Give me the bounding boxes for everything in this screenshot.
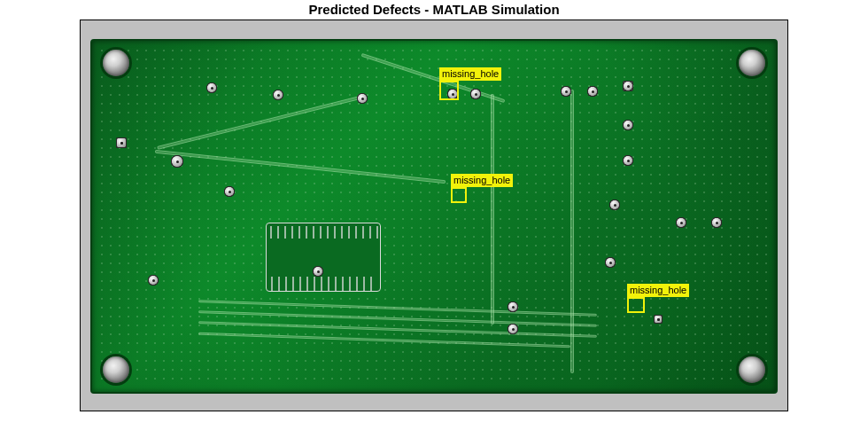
pad-icon	[677, 218, 686, 227]
pad-icon	[606, 258, 615, 267]
pad-icon	[274, 90, 283, 99]
trace-line	[491, 94, 494, 325]
trace-line	[361, 53, 506, 103]
figure-window: Predicted Defects - MATLAB Simulation	[0, 0, 868, 446]
ic-footprint	[266, 223, 381, 292]
pad-icon	[172, 156, 182, 167]
screw-hole-icon	[739, 356, 765, 383]
pad-icon	[624, 156, 632, 165]
pad-icon	[508, 302, 517, 311]
pad-icon	[588, 87, 597, 96]
pad-icon	[225, 187, 234, 196]
pad-icon	[314, 267, 322, 276]
pcb-board-image	[90, 39, 778, 394]
trace-line	[155, 150, 446, 184]
screw-hole-icon	[103, 356, 129, 383]
pad-icon	[624, 82, 632, 90]
screw-hole-icon	[739, 50, 765, 76]
pad-icon	[358, 94, 367, 103]
pad-icon	[448, 90, 457, 98]
figure-title: Predicted Defects - MATLAB Simulation	[0, 0, 868, 17]
screw-hole-icon	[103, 50, 129, 76]
trace-line	[570, 90, 574, 373]
pad-icon	[562, 87, 570, 96]
pad-icon	[207, 83, 216, 92]
pad-icon	[471, 90, 480, 98]
pad-icon	[712, 218, 721, 227]
pad-icon	[117, 138, 126, 147]
trace-line	[157, 95, 364, 150]
pad-icon	[655, 316, 662, 323]
pad-icon	[149, 276, 158, 285]
pad-icon	[624, 121, 632, 129]
pad-icon	[508, 325, 517, 333]
image-axes[interactable]: missing_holemissing_holemissing_hole	[80, 20, 788, 411]
pad-icon	[610, 200, 619, 209]
